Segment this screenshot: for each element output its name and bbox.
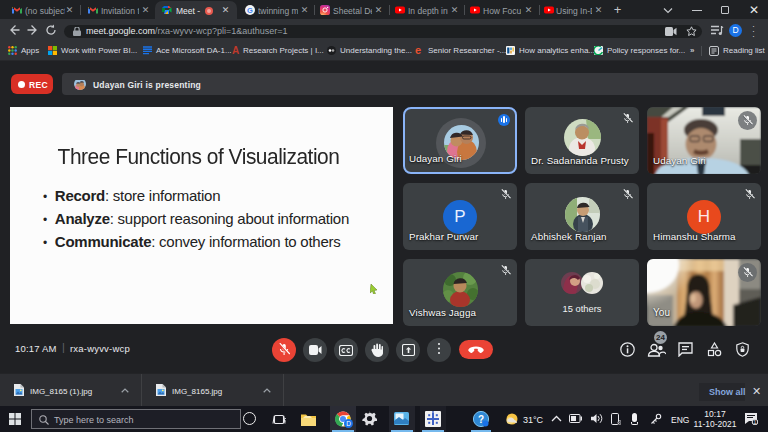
svg-text:G: G [247,6,253,15]
svg-text:1: 1 [754,419,757,425]
